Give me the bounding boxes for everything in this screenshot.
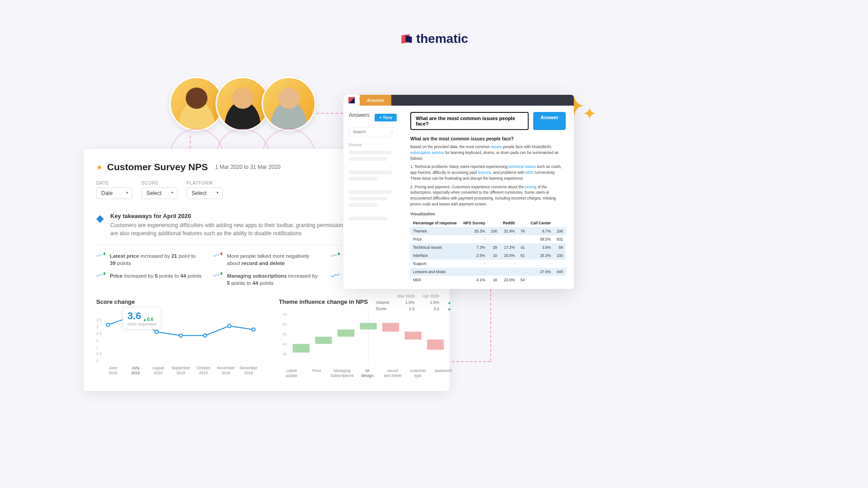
svg-rect-12 <box>293 344 310 353</box>
metric-item: Price increased by 5 points to 44 points <box>96 272 202 287</box>
star-icon: ★ <box>96 163 103 172</box>
visualization-table: Percentage of responseNPS SurveyRedditCa… <box>410 219 566 284</box>
svg-rect-17 <box>405 332 422 340</box>
svg-rect-13 <box>315 337 332 344</box>
search-input[interactable] <box>349 127 397 136</box>
svg-point-3 <box>179 334 182 337</box>
answers-tab[interactable]: Answers <box>360 95 391 106</box>
response-question: What are the most common issues people f… <box>410 136 566 141</box>
filter-select-platform[interactable]: Select <box>187 187 223 199</box>
skeleton <box>349 217 387 220</box>
answers-logo <box>343 95 360 106</box>
svg-rect-16 <box>382 323 399 332</box>
svg-text:70: 70 <box>282 312 287 316</box>
metric-item: Latest price increased by 21 point to 39… <box>96 252 202 267</box>
theme-chart: Theme influence change in NPS Mar 2020Ap… <box>279 298 456 382</box>
answers-main: What are the most common issues people f… <box>402 106 574 289</box>
svg-rect-14 <box>338 330 354 337</box>
filter-select-date[interactable]: Date <box>96 187 132 199</box>
svg-rect-18 <box>427 340 444 350</box>
logo-icon <box>400 33 413 45</box>
response-point-2: 2. Pricing and payment: Customers experi… <box>410 184 566 207</box>
brand-name: thematic <box>416 32 468 46</box>
logo-icon <box>348 97 355 103</box>
skeleton <box>349 191 392 194</box>
svg-point-4 <box>203 334 206 337</box>
svg-text:40: 40 <box>282 342 287 346</box>
line-chart-svg <box>96 310 265 364</box>
skeleton <box>349 157 387 161</box>
score-chart: Score change 3.6▲0.6 3450 responses 3.53… <box>96 298 265 382</box>
response-intro: Based on the provided data, the most com… <box>410 144 566 161</box>
svg-text:60: 60 <box>282 322 287 326</box>
skeleton <box>349 151 392 154</box>
search-icon: ⌕ <box>391 129 394 135</box>
svg-text:30: 30 <box>282 352 287 356</box>
svg-point-6 <box>252 328 255 331</box>
dashboard-date-range: 1 Mar 2020 to 31 Mar 2020 <box>215 164 281 170</box>
dashboard-title: Customer Survey NPS <box>107 162 208 172</box>
svg-text:50: 50 <box>282 332 287 336</box>
metric-item: Managing subscriptions increased by 5 po… <box>213 272 319 287</box>
skeleton <box>349 203 378 207</box>
metric-item: More people talked more negatively about… <box>213 252 319 267</box>
question-input[interactable]: What are the most common issues people f… <box>410 112 529 130</box>
response-point-1: 1. Technical problems: Many users report… <box>410 164 566 181</box>
connector <box>452 361 490 362</box>
waterfall-svg: 7060504030 <box>279 310 456 364</box>
sparkle-icon: ✦ <box>582 104 597 124</box>
skeleton <box>349 197 387 200</box>
sidebar-title: Answers <box>349 112 370 118</box>
filter-label-platform: PLATFORM <box>187 181 223 186</box>
answers-topbar: Answers <box>343 95 574 106</box>
chart-tooltip: 3.6▲0.6 3450 responses <box>122 307 161 330</box>
svg-point-2 <box>155 330 158 334</box>
new-button[interactable]: + New <box>375 114 397 121</box>
skeleton <box>349 171 392 174</box>
waterfall-legend: Mar 2020Apr 2020Volume1.5%1.5%▲Score2.93… <box>371 293 456 312</box>
answers-sidebar: Answers + New ⌕ Recent <box>343 106 402 289</box>
answer-button[interactable]: Answer <box>533 112 566 130</box>
filter-select-score[interactable]: Select <box>141 187 178 199</box>
diamond-icon: ◆ <box>96 213 104 237</box>
svg-point-0 <box>106 323 109 326</box>
avatar <box>262 77 316 131</box>
avatar-row <box>169 77 316 131</box>
chart-title: Score change <box>96 298 265 305</box>
answers-panel: Answers Answers + New ⌕ Recent <box>343 95 574 289</box>
filter-label-score: SCORE <box>141 181 178 186</box>
brand-logo: thematic <box>400 32 468 46</box>
connector <box>490 289 491 361</box>
visualization-label: Visualization <box>410 212 566 216</box>
recent-label: Recent <box>349 143 397 147</box>
filter-label-date: DATE <box>96 181 132 186</box>
svg-point-5 <box>228 325 231 328</box>
skeleton <box>349 177 378 181</box>
